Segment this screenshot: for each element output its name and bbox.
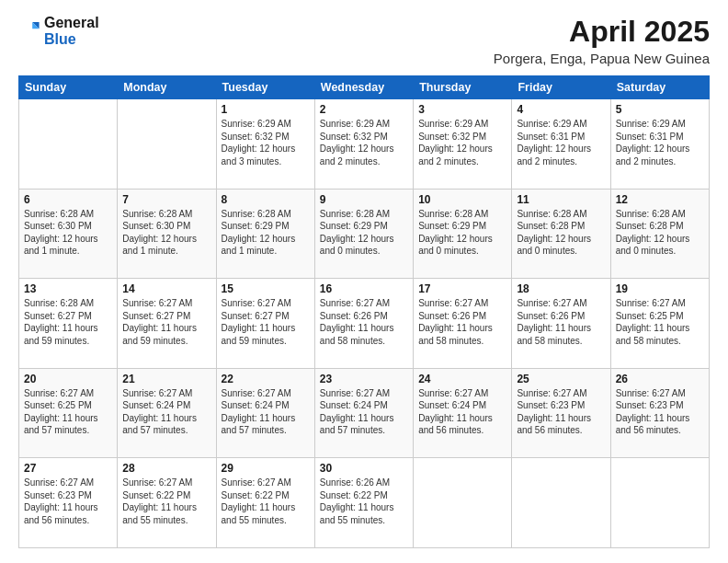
day-number: 21 (122, 373, 210, 385)
day-info: Sunrise: 6:28 AM Sunset: 6:27 PM Dayligh… (24, 297, 112, 347)
day-number: 5 (616, 103, 704, 116)
day-info: Sunrise: 6:27 AM Sunset: 6:24 PM Dayligh… (122, 387, 210, 437)
day-number: 15 (222, 282, 310, 295)
weekday-header-monday: Monday (118, 76, 216, 99)
day-info: Sunrise: 6:29 AM Sunset: 6:32 PM Dayligh… (418, 118, 506, 167)
day-number: 20 (24, 373, 112, 385)
calendar-cell: 9Sunrise: 6:28 AM Sunset: 6:29 PM Daylig… (314, 189, 413, 279)
calendar-cell: 19Sunrise: 6:27 AM Sunset: 6:25 PM Dayli… (610, 279, 709, 369)
logo-line1: General (44, 15, 99, 31)
calendar-cell: 18Sunrise: 6:27 AM Sunset: 6:26 PM Dayli… (512, 279, 610, 369)
week-row-5: 27Sunrise: 6:27 AM Sunset: 6:23 PM Dayli… (19, 458, 710, 548)
day-number: 4 (517, 103, 605, 116)
day-info: Sunrise: 6:28 AM Sunset: 6:30 PM Dayligh… (24, 208, 112, 258)
day-info: Sunrise: 6:27 AM Sunset: 6:27 PM Dayligh… (222, 297, 310, 347)
calendar-cell: 1Sunrise: 6:29 AM Sunset: 6:32 PM Daylig… (216, 99, 314, 190)
day-number: 3 (418, 103, 506, 116)
logo-icon (20, 19, 40, 40)
calendar-cell: 20Sunrise: 6:27 AM Sunset: 6:25 PM Dayli… (19, 368, 118, 458)
calendar-cell: 4Sunrise: 6:29 AM Sunset: 6:31 PM Daylig… (512, 99, 610, 190)
day-number: 29 (222, 462, 310, 475)
week-row-4: 20Sunrise: 6:27 AM Sunset: 6:25 PM Dayli… (19, 368, 710, 458)
week-row-1: 1Sunrise: 6:29 AM Sunset: 6:32 PM Daylig… (19, 99, 710, 190)
calendar-cell (512, 458, 610, 548)
calendar-cell: 25Sunrise: 6:27 AM Sunset: 6:23 PM Dayli… (512, 368, 610, 458)
weekday-header-tuesday: Tuesday (216, 76, 314, 99)
weekday-header-friday: Friday (512, 76, 610, 99)
day-number: 25 (517, 373, 605, 385)
calendar-cell: 5Sunrise: 6:29 AM Sunset: 6:31 PM Daylig… (610, 99, 709, 190)
day-info: Sunrise: 6:27 AM Sunset: 6:24 PM Dayligh… (418, 387, 506, 437)
calendar-cell: 26Sunrise: 6:27 AM Sunset: 6:23 PM Dayli… (610, 368, 709, 458)
page: General Blue April 2025 Porgera, Enga, P… (0, 0, 728, 563)
calendar-cell: 3Sunrise: 6:29 AM Sunset: 6:32 PM Daylig… (414, 99, 512, 190)
day-info: Sunrise: 6:27 AM Sunset: 6:25 PM Dayligh… (24, 387, 112, 437)
day-number: 11 (517, 193, 605, 206)
day-number: 13 (24, 282, 112, 295)
day-info: Sunrise: 6:27 AM Sunset: 6:23 PM Dayligh… (24, 477, 112, 526)
main-title: April 2025 (494, 15, 710, 49)
day-info: Sunrise: 6:27 AM Sunset: 6:26 PM Dayligh… (320, 297, 408, 347)
calendar-cell: 8Sunrise: 6:28 AM Sunset: 6:29 PM Daylig… (216, 189, 314, 279)
calendar-cell: 16Sunrise: 6:27 AM Sunset: 6:26 PM Dayli… (314, 279, 413, 369)
day-info: Sunrise: 6:29 AM Sunset: 6:32 PM Dayligh… (320, 118, 408, 167)
calendar-cell: 27Sunrise: 6:27 AM Sunset: 6:23 PM Dayli… (19, 458, 118, 548)
day-info: Sunrise: 6:27 AM Sunset: 6:26 PM Dayligh… (418, 297, 506, 347)
day-info: Sunrise: 6:28 AM Sunset: 6:29 PM Dayligh… (320, 208, 408, 258)
weekday-header-wednesday: Wednesday (314, 76, 413, 99)
day-info: Sunrise: 6:27 AM Sunset: 6:26 PM Dayligh… (517, 297, 605, 347)
day-info: Sunrise: 6:29 AM Sunset: 6:32 PM Dayligh… (222, 118, 310, 167)
title-block: April 2025 Porgera, Enga, Papua New Guin… (494, 15, 710, 66)
calendar-cell: 28Sunrise: 6:27 AM Sunset: 6:22 PM Dayli… (118, 458, 216, 548)
calendar-cell (19, 99, 118, 190)
day-info: Sunrise: 6:28 AM Sunset: 6:29 PM Dayligh… (222, 208, 310, 258)
day-number: 14 (122, 282, 210, 295)
calendar-cell: 29Sunrise: 6:27 AM Sunset: 6:22 PM Dayli… (216, 458, 314, 548)
calendar-cell (118, 99, 216, 190)
calendar-cell: 2Sunrise: 6:29 AM Sunset: 6:32 PM Daylig… (314, 99, 413, 190)
day-info: Sunrise: 6:29 AM Sunset: 6:31 PM Dayligh… (517, 118, 605, 167)
logo: General Blue (18, 15, 99, 47)
day-number: 17 (418, 282, 506, 295)
day-info: Sunrise: 6:28 AM Sunset: 6:29 PM Dayligh… (418, 208, 506, 258)
calendar-cell: 6Sunrise: 6:28 AM Sunset: 6:30 PM Daylig… (19, 189, 118, 279)
day-info: Sunrise: 6:29 AM Sunset: 6:31 PM Dayligh… (616, 118, 704, 167)
day-number: 28 (122, 462, 210, 475)
calendar-cell: 14Sunrise: 6:27 AM Sunset: 6:27 PM Dayli… (118, 279, 216, 369)
day-number: 2 (320, 103, 408, 116)
calendar-cell: 10Sunrise: 6:28 AM Sunset: 6:29 PM Dayli… (414, 189, 512, 279)
day-info: Sunrise: 6:27 AM Sunset: 6:23 PM Dayligh… (616, 387, 704, 437)
day-info: Sunrise: 6:27 AM Sunset: 6:24 PM Dayligh… (222, 387, 310, 437)
day-info: Sunrise: 6:27 AM Sunset: 6:23 PM Dayligh… (517, 387, 605, 437)
week-row-3: 13Sunrise: 6:28 AM Sunset: 6:27 PM Dayli… (19, 279, 710, 369)
day-info: Sunrise: 6:27 AM Sunset: 6:22 PM Dayligh… (122, 477, 210, 526)
weekday-header-thursday: Thursday (414, 76, 512, 99)
day-info: Sunrise: 6:28 AM Sunset: 6:30 PM Dayligh… (122, 208, 210, 258)
calendar-cell: 11Sunrise: 6:28 AM Sunset: 6:28 PM Dayli… (512, 189, 610, 279)
calendar-cell: 17Sunrise: 6:27 AM Sunset: 6:26 PM Dayli… (414, 279, 512, 369)
week-row-2: 6Sunrise: 6:28 AM Sunset: 6:30 PM Daylig… (19, 189, 710, 279)
calendar-cell: 13Sunrise: 6:28 AM Sunset: 6:27 PM Dayli… (19, 279, 118, 369)
calendar-cell: 7Sunrise: 6:28 AM Sunset: 6:30 PM Daylig… (118, 189, 216, 279)
calendar-cell: 23Sunrise: 6:27 AM Sunset: 6:24 PM Dayli… (314, 368, 413, 458)
day-info: Sunrise: 6:27 AM Sunset: 6:22 PM Dayligh… (222, 477, 310, 526)
day-info: Sunrise: 6:27 AM Sunset: 6:25 PM Dayligh… (616, 297, 704, 347)
day-number: 10 (418, 193, 506, 206)
day-info: Sunrise: 6:26 AM Sunset: 6:22 PM Dayligh… (320, 477, 408, 526)
day-number: 22 (222, 373, 310, 385)
weekday-header-row: SundayMondayTuesdayWednesdayThursdayFrid… (19, 76, 710, 99)
logo-line2: Blue (44, 31, 99, 48)
weekday-header-saturday: Saturday (610, 76, 709, 99)
day-number: 24 (418, 373, 506, 385)
day-number: 7 (122, 193, 210, 206)
calendar-cell: 15Sunrise: 6:27 AM Sunset: 6:27 PM Dayli… (216, 279, 314, 369)
calendar-cell: 12Sunrise: 6:28 AM Sunset: 6:28 PM Dayli… (610, 189, 709, 279)
calendar-table: SundayMondayTuesdayWednesdayThursdayFrid… (18, 75, 710, 548)
day-number: 6 (24, 193, 112, 206)
day-number: 1 (222, 103, 310, 116)
day-number: 19 (616, 282, 704, 295)
day-info: Sunrise: 6:28 AM Sunset: 6:28 PM Dayligh… (517, 208, 605, 258)
day-number: 9 (320, 193, 408, 206)
calendar-cell: 22Sunrise: 6:27 AM Sunset: 6:24 PM Dayli… (216, 368, 314, 458)
day-info: Sunrise: 6:28 AM Sunset: 6:28 PM Dayligh… (616, 208, 704, 258)
